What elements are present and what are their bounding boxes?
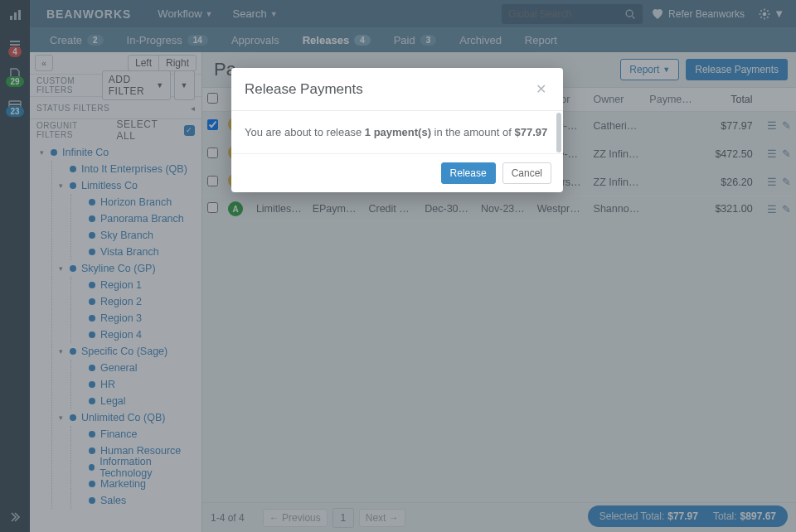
modal-text: in the amount of (431, 126, 514, 138)
release-payments-modal: Release Payments ✕ You are about to rele… (231, 68, 563, 192)
btn-label: Cancel (512, 167, 542, 179)
btn-label: Release (450, 167, 487, 179)
modal-footer: Release Cancel (231, 154, 563, 192)
scrollbar-thumb[interactable] (556, 113, 561, 152)
modal-title: Release Payments (245, 81, 532, 98)
modal-release-button[interactable]: Release (441, 162, 496, 184)
modal-header: Release Payments ✕ (231, 68, 563, 111)
modal-payment-count: 1 payment(s) (365, 126, 431, 138)
modal-cancel-button[interactable]: Cancel (502, 162, 551, 184)
modal-body: You are about to release 1 payment(s) in… (231, 111, 563, 154)
modal-close-button[interactable]: ✕ (532, 80, 550, 99)
modal-amount: $77.97 (514, 126, 547, 138)
modal-text: You are about to release (245, 126, 365, 138)
